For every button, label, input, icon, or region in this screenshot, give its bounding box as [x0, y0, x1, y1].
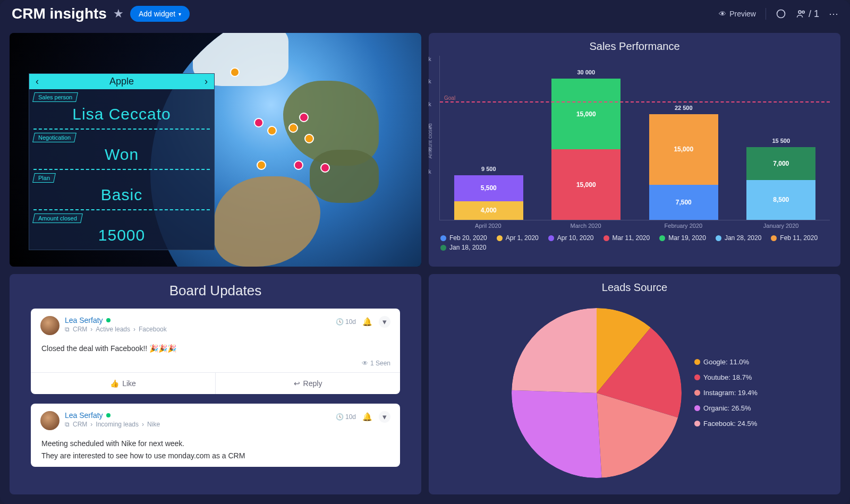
update-card: Lea Serfaty⧉CRM›Incoming leads›Nike🕓 10d…: [31, 404, 400, 467]
author-name[interactable]: Lea Serfaty: [65, 316, 103, 324]
add-widget-label: Add widget: [139, 10, 175, 18]
legend-item: Instagram: 19.4%: [694, 389, 758, 397]
hud-next-icon[interactable]: ›: [205, 76, 208, 87]
card-more-icon[interactable]: ▾: [379, 411, 390, 423]
svg-point-2: [802, 11, 804, 13]
seen-count: 1 Seen: [370, 360, 390, 367]
sales-performance-chart: 35k30k25k20k15k10k5k0 Amount closed Goal…: [439, 56, 830, 220]
online-icon: [106, 318, 110, 322]
legend-item: Facebook: 24.5%: [694, 420, 758, 428]
legend-item: Organic: 26.5%: [694, 404, 758, 412]
board-updates-widget[interactable]: Board Updates Lea Serfaty⧉CRM›Active lea…: [10, 274, 421, 494]
preview-button[interactable]: 👁 Preview: [719, 10, 756, 18]
add-widget-button[interactable]: Add widget ▾: [130, 6, 190, 22]
card-more-icon[interactable]: ▾: [379, 316, 390, 328]
online-icon: [106, 413, 110, 417]
hud-value-salesperson: Lisa Ceccato: [29, 102, 214, 129]
board-updates-title: Board Updates: [10, 274, 421, 309]
leads-source-pie: [512, 308, 682, 478]
reply-button[interactable]: ↩Reply: [215, 373, 400, 394]
preview-label: Preview: [729, 10, 756, 18]
hud-company: Apple: [109, 76, 134, 87]
bell-icon[interactable]: 🔔: [362, 412, 372, 422]
author-name[interactable]: Lea Serfaty: [65, 411, 103, 420]
hud-label-amount: Amount closed: [38, 215, 77, 221]
avatar[interactable]: [40, 316, 60, 335]
avatar[interactable]: [40, 411, 60, 430]
breadcrumb[interactable]: ⧉CRM›Active leads›Facebook: [65, 326, 167, 333]
globe-hud-card: ‹ Apple › Sales person Lisa Ceccato Nego…: [29, 73, 215, 250]
people-icon[interactable]: / 1: [796, 8, 819, 20]
like-button[interactable]: 👍Like: [31, 373, 215, 394]
update-card: Lea Serfaty⧉CRM›Active leads›Facebook🕓 1…: [31, 309, 400, 394]
hud-label-plan: Plan: [38, 175, 50, 181]
bar-group: 15 5008,5007,000: [746, 147, 815, 220]
favorite-star-icon[interactable]: ★: [113, 7, 124, 21]
hud-label-negotiation: Negotication: [38, 134, 71, 141]
hud-value-negotiation: Won: [29, 142, 214, 169]
page-title: CRM insights: [12, 5, 107, 22]
leads-legend: Google: 11.0%Youtube: 18.7%Instagram: 19…: [694, 358, 758, 428]
hud-label-salesperson: Sales person: [38, 94, 72, 100]
legend-item: Youtube: 18.7%: [694, 373, 758, 381]
sales-legend: Feb 20, 2020Apr 1, 2020Apr 10, 2020Mar 1…: [429, 229, 840, 257]
legend-item: Google: 11.0%: [694, 358, 758, 366]
y-axis-title: Amount closed: [429, 123, 433, 158]
globe-widget[interactable]: ‹ Apple › Sales person Lisa Ceccato Nego…: [10, 33, 421, 267]
leads-source-title: Leads Source: [429, 274, 840, 297]
sales-performance-widget[interactable]: Sales Performance 35k30k25k20k15k10k5k0 …: [429, 33, 840, 267]
hud-value-plan: Basic: [29, 183, 214, 209]
sales-performance-title: Sales Performance: [429, 33, 840, 56]
eye-icon: 👁: [719, 10, 726, 18]
breadcrumb[interactable]: ⧉CRM›Incoming leads›Nike: [65, 421, 160, 428]
hud-prev-icon[interactable]: ‹: [36, 76, 39, 87]
bar-group: 30 00015,00015,000: [551, 79, 620, 220]
people-count: / 1: [809, 8, 819, 20]
update-body: Meeting scheduled with Nike for next wee…: [40, 430, 390, 467]
chevron-down-icon: ▾: [178, 11, 181, 17]
header: CRM insights ★ Add widget ▾ 👁 Preview / …: [0, 0, 850, 28]
hud-value-amount: 15000: [29, 223, 214, 250]
svg-point-1: [798, 11, 801, 13]
bar-group: 22 5007,50015,000: [649, 114, 718, 220]
more-icon[interactable]: ⋯: [829, 8, 838, 20]
bar-group: 9 5004,0005,500: [454, 175, 523, 220]
update-body: Closed the deal with Facebook!! 🎉🎉🎉: [40, 335, 390, 360]
leads-source-widget[interactable]: Leads Source Google: 11.0%Youtube: 18.7%…: [429, 274, 840, 494]
chat-icon[interactable]: [776, 8, 786, 19]
bell-icon[interactable]: 🔔: [362, 317, 372, 327]
